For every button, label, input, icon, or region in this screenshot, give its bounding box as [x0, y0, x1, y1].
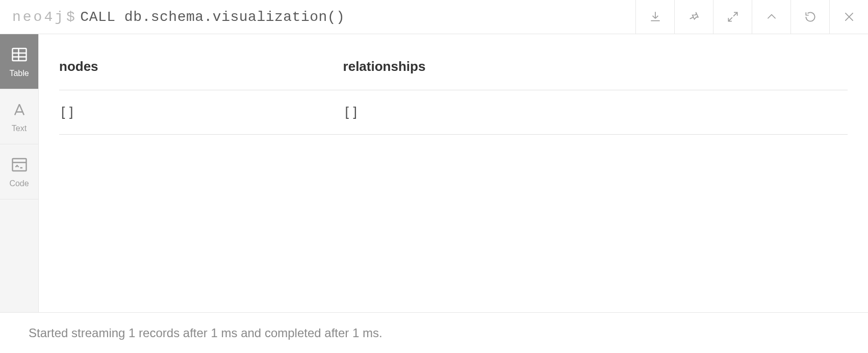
- rerun-button[interactable]: [790, 0, 829, 34]
- column-header-nodes: nodes: [59, 48, 343, 90]
- query-text: neo4j$CALL db.schema.visualization(): [0, 0, 635, 34]
- rerun-icon: [804, 10, 817, 23]
- table-header-row: nodes relationships: [59, 48, 848, 90]
- chevron-up-icon: [765, 10, 778, 23]
- table-wrap: nodes relationships [] []: [39, 34, 868, 312]
- content-pane: nodes relationships [] []: [39, 34, 868, 312]
- download-icon: [649, 10, 662, 23]
- prompt-symbol: $: [66, 9, 75, 25]
- svg-rect-0: [12, 48, 26, 61]
- query-string: CALL db.schema.visualization(): [80, 9, 345, 25]
- close-icon: [843, 10, 856, 23]
- tab-label: Code: [9, 179, 29, 188]
- expand-icon: [726, 10, 739, 23]
- pin-icon: [687, 10, 701, 23]
- prompt-db: neo4j: [12, 9, 65, 25]
- result-table: nodes relationships [] []: [59, 48, 848, 135]
- close-button[interactable]: [829, 0, 868, 34]
- code-icon: [10, 156, 29, 174]
- table-icon: [10, 45, 29, 64]
- view-tabs: Table Text Code: [0, 34, 39, 312]
- tab-label: Table: [9, 69, 29, 78]
- download-button[interactable]: [635, 0, 674, 34]
- svg-rect-1: [12, 159, 26, 171]
- expand-button[interactable]: [713, 0, 752, 34]
- tab-text[interactable]: Text: [0, 89, 38, 144]
- tab-code[interactable]: Code: [0, 144, 38, 199]
- collapse-button[interactable]: [752, 0, 790, 34]
- result-body: Table Text Code nodes relationships: [0, 34, 868, 312]
- status-text: Started streaming 1 records after 1 ms a…: [29, 326, 382, 340]
- result-frame: neo4j$CALL db.schema.visualization(): [0, 0, 868, 353]
- query-bar: neo4j$CALL db.schema.visualization(): [0, 0, 868, 34]
- tab-table[interactable]: Table: [0, 34, 38, 89]
- text-icon: [10, 100, 29, 119]
- cell-relationships: []: [343, 90, 848, 135]
- cell-nodes: []: [59, 90, 343, 135]
- tab-label: Text: [12, 124, 27, 133]
- status-footer: Started streaming 1 records after 1 ms a…: [0, 312, 868, 353]
- query-actions: [635, 0, 868, 34]
- column-header-relationships: relationships: [343, 48, 848, 90]
- pin-button[interactable]: [674, 0, 713, 34]
- table-row: [] []: [59, 90, 848, 135]
